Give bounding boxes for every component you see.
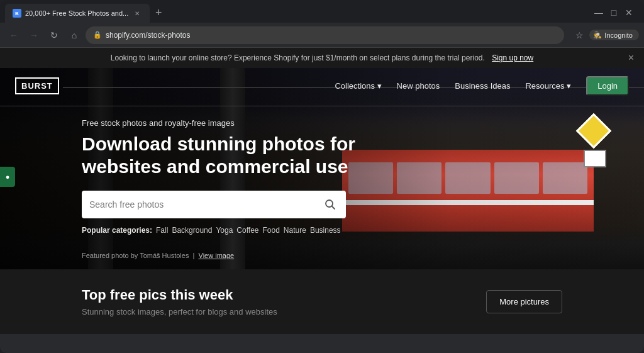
hero-section: BURST Collections ▾ New photos Business … — [0, 68, 644, 269]
search-icon — [325, 199, 336, 210]
reload-button[interactable]: ↻ — [45, 26, 63, 44]
notification-banner: Looking to launch your online store? Exp… — [0, 48, 644, 68]
category-business[interactable]: Business — [310, 226, 341, 235]
tab-favicon: B — [13, 9, 21, 18]
hero-title: Download stunning photos for websites an… — [82, 133, 396, 178]
notification-signup-link[interactable]: Sign up now — [492, 53, 533, 62]
login-button[interactable]: Login — [586, 76, 629, 96]
category-food[interactable]: Food — [263, 226, 280, 235]
back-button[interactable]: ← — [5, 26, 23, 44]
category-nature[interactable]: Nature — [284, 226, 306, 235]
nav-resources[interactable]: Resources ▾ — [525, 81, 571, 91]
category-background[interactable]: Background — [172, 226, 212, 235]
category-coffee[interactable]: Coffee — [236, 226, 258, 235]
photo-credit: Featured photo by Tomáš Hustoles | View … — [82, 252, 234, 259]
road-sign-rect — [584, 150, 606, 167]
browser-window: B 20,000+ Free Stock Photos and... ✕ + —… — [0, 0, 644, 353]
bottom-section: Top free pics this week Stunning stock i… — [0, 269, 644, 334]
search-box — [82, 191, 346, 218]
active-tab[interactable]: B 20,000+ Free Stock Photos and... ✕ — [5, 4, 150, 23]
bottom-text: Top free pics this week Stunning stock i… — [82, 287, 277, 317]
notification-text: Looking to launch your online store? Exp… — [111, 53, 485, 62]
notification-close-button[interactable]: × — [628, 52, 634, 64]
feedback-tab[interactable]: ● — [0, 167, 15, 187]
popular-label: Popular categories: — [82, 226, 152, 235]
navigation: BURST Collections ▾ New photos Business … — [0, 68, 644, 103]
view-image-link[interactable]: View image — [199, 252, 235, 259]
tab-close-button[interactable]: ✕ — [132, 8, 142, 18]
minimize-button[interactable]: — — [591, 5, 606, 20]
search-input[interactable] — [89, 199, 317, 210]
more-pictures-button[interactable]: More pictures — [486, 290, 562, 313]
incognito-label: Incognito — [604, 31, 633, 39]
incognito-icon: 🕵 — [593, 31, 602, 39]
new-tab-button[interactable]: + — [150, 4, 167, 21]
nav-collections[interactable]: Collections ▾ — [335, 81, 381, 91]
browser-actions: ☆ 🕵 Incognito — [570, 26, 639, 44]
category-fall[interactable]: Fall — [156, 226, 168, 235]
nav-business-ideas[interactable]: Business Ideas — [455, 81, 510, 91]
address-bar: ← → ↻ ⌂ 🔒 shopify.com/stock-photos ☆ 🕵 I… — [0, 23, 644, 48]
nav-links: Collections ▾ New photos Business Ideas … — [335, 76, 629, 96]
close-button[interactable]: ✕ — [621, 5, 636, 20]
bottom-title: Top free pics this week — [82, 287, 277, 303]
url-text: shopify.com/stock-photos — [106, 31, 557, 40]
forward-button[interactable]: → — [25, 26, 43, 44]
hero-subtitle: Free stock photos and royalty-free image… — [82, 118, 396, 128]
photo-credit-text: Featured photo by Tomáš Hustoles — [82, 252, 189, 259]
url-bar[interactable]: 🔒 shopify.com/stock-photos — [86, 26, 564, 44]
popular-categories: Popular categories: Fall Background Yoga… — [82, 226, 396, 235]
svg-line-1 — [332, 206, 335, 209]
window-controls: — □ ✕ — [591, 5, 639, 23]
incognito-badge[interactable]: 🕵 Incognito — [589, 30, 639, 40]
search-button[interactable] — [322, 196, 338, 213]
home-button[interactable]: ⌂ — [65, 26, 83, 44]
burst-logo[interactable]: BURST — [15, 77, 59, 94]
tab-bar: B 20,000+ Free Stock Photos and... ✕ + —… — [0, 0, 644, 23]
maximize-button[interactable]: □ — [606, 5, 621, 20]
bottom-subtitle: Stunning stock images, perfect for blogs… — [82, 307, 277, 317]
hero-content: Free stock photos and royalty-free image… — [82, 118, 396, 235]
category-yoga[interactable]: Yoga — [216, 226, 233, 235]
website-content: Looking to launch your online store? Exp… — [0, 48, 644, 353]
lock-icon: 🔒 — [93, 31, 102, 39]
tab-title: 20,000+ Free Stock Photos and... — [25, 9, 128, 17]
nav-new-photos[interactable]: New photos — [397, 81, 440, 91]
bookmark-icon[interactable]: ☆ — [570, 26, 588, 44]
svg-point-0 — [326, 200, 333, 207]
